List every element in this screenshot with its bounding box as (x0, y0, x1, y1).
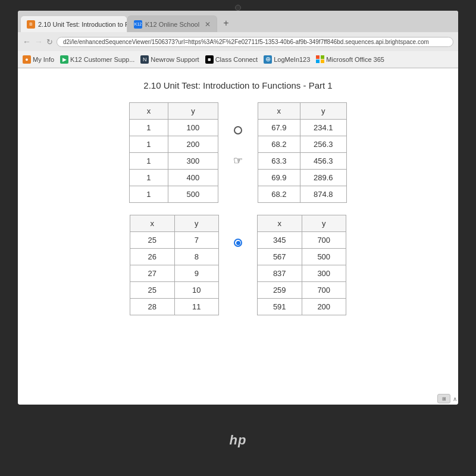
bookmark-ms365[interactable]: Microsoft Office 365 (316, 55, 384, 64)
taskbar-icon[interactable]: ⊞ (437, 394, 450, 403)
browser-chrome: B 2.10 Unit Test: Introduction to Fu ✕ K… (18, 11, 458, 68)
refresh-button[interactable]: ↻ (46, 37, 53, 46)
newrow-icon: N (140, 55, 149, 64)
table-cell: 8 (174, 249, 219, 265)
table-top-right-header-x: x (258, 103, 300, 120)
table-row: 257 (130, 232, 219, 249)
table-cell: 26 (130, 249, 175, 265)
newrow-label: Newrow Support (151, 56, 199, 63)
tab-inactive[interactable]: K12 K12 Online School ✕ (127, 15, 217, 32)
table-top-right-header-y: y (300, 103, 346, 120)
table-cell: 874.8 (300, 186, 346, 203)
table-row: 2510 (130, 282, 219, 299)
table-bottom-right-header-x: x (258, 215, 302, 232)
webcam (235, 5, 241, 11)
table-row: 1500 (130, 186, 218, 203)
table-cell: 700 (302, 282, 346, 299)
page-content: 2.10 Unit Test: Introduction to Function… (18, 68, 458, 405)
hp-logo: hp (230, 433, 247, 448)
table-cell: 1 (130, 120, 168, 136)
table-top-left-header-y: y (168, 103, 218, 120)
table-cell: 259 (258, 282, 302, 299)
table-cell: 9 (174, 265, 219, 282)
address-input[interactable]: d2i/le/enhancedSequenceViewer/1506373?ur… (57, 37, 453, 47)
table-row: 1400 (130, 170, 218, 186)
k12supp-icon: ▶ (60, 55, 68, 64)
table-cell: 1 (130, 170, 168, 186)
table-cell: 1 (130, 136, 168, 153)
bookmark-newrow[interactable]: N Newrow Support (140, 55, 199, 64)
bookmark-k12supp[interactable]: ▶ K12 Customer Supp... (60, 55, 134, 64)
table-bottom-left-header-y: y (174, 215, 219, 232)
logmein-icon: ⊕ (264, 55, 272, 64)
table-top-right: x y 67.9234.168.2256.363.3456.369.9289.6… (258, 102, 347, 203)
tab-active[interactable]: B 2.10 Unit Test: Introduction to Fu ✕ (20, 15, 127, 32)
table-cell: 1 (130, 186, 168, 203)
table-row: 279 (130, 265, 219, 282)
table-bottom-right-header-y: y (302, 215, 346, 232)
table-top-left: x y 11001200130014001500 (129, 102, 218, 203)
tab-favicon-2: K12 (134, 20, 142, 29)
k12supp-label: K12 Customer Supp... (70, 56, 134, 63)
table-cell: 69.9 (258, 170, 300, 186)
tab-close-2[interactable]: ✕ (205, 20, 211, 29)
address-bar: ← → ↻ d2i/le/enhancedSequenceViewer/1506… (18, 32, 458, 51)
classconnect-icon: ■ (205, 55, 214, 64)
tab-label-1: 2.10 Unit Test: Introduction to Fu (38, 21, 127, 28)
ms365-icon (316, 55, 324, 64)
table-cell: 400 (168, 170, 218, 186)
logmein-label: LogMeIn123 (274, 56, 310, 63)
bookmark-classconnect[interactable]: ■ Class Connect (205, 55, 258, 64)
table-cell: 68.2 (258, 186, 300, 203)
table-top-left-header-x: x (130, 103, 168, 120)
table-cell: 25 (130, 282, 175, 299)
table-row: 591200 (258, 299, 346, 315)
screen: B 2.10 Unit Test: Introduction to Fu ✕ K… (18, 11, 458, 405)
table-bottom-left-header-x: x (130, 215, 175, 232)
bottom-bezel: hp (0, 405, 476, 476)
table-row: 259700 (258, 282, 346, 299)
table-cell: 456.3 (300, 153, 346, 170)
back-button[interactable]: ← (23, 37, 31, 46)
table-row: 1100 (130, 120, 218, 136)
table-cell: 25 (130, 232, 175, 249)
forward-button[interactable]: → (35, 37, 43, 46)
table-cell: 11 (174, 299, 219, 315)
table-row: 63.3456.3 (258, 153, 347, 170)
myinfo-label: My Info (33, 56, 54, 63)
table-cell: 7 (174, 232, 219, 249)
table-cell: 27 (130, 265, 175, 282)
tab-favicon-1: B (27, 20, 35, 29)
table-cell: 67.9 (258, 120, 300, 136)
table-cell: 1 (130, 153, 168, 170)
cursor-hand-icon: ☞ (233, 154, 243, 167)
bottom-tables-row: x y 25726827925102811 (36, 215, 440, 315)
table-row: 2811 (130, 299, 219, 315)
table-row: 1200 (130, 136, 218, 153)
table-cell: 300 (168, 153, 218, 170)
taskbar-area: ⊞ ∧ (437, 394, 457, 403)
radio-bottom-selected[interactable] (234, 239, 242, 247)
table-bottom-left: x y 25726827925102811 (130, 215, 219, 315)
bookmark-logmein[interactable]: ⊕ LogMeIn123 (264, 55, 310, 64)
table-row: 68.2256.3 (258, 136, 347, 153)
new-tab-button[interactable]: + (218, 18, 233, 29)
table-cell: 256.3 (300, 136, 346, 153)
myinfo-icon: ● (23, 55, 31, 64)
table-row: 1300 (130, 153, 218, 170)
table-cell: 63.3 (258, 153, 300, 170)
table-cell: 68.2 (258, 136, 300, 153)
table-cell: 500 (168, 186, 218, 203)
table-cell: 10 (174, 282, 219, 299)
table-row: 567500 (258, 249, 346, 265)
classconnect-label: Class Connect (215, 56, 258, 63)
tables-container: x y 11001200130014001500 ☞ (36, 102, 440, 315)
table-cell: 700 (302, 232, 346, 249)
radio-top-unselected[interactable] (234, 126, 242, 134)
table-cell: 234.1 (300, 120, 346, 136)
table-cell: 500 (302, 249, 346, 265)
table-cell: 28 (130, 299, 175, 315)
table-cell: 289.6 (300, 170, 346, 186)
bookmark-myinfo[interactable]: ● My Info (23, 55, 54, 64)
table-row: 345700 (258, 232, 346, 249)
